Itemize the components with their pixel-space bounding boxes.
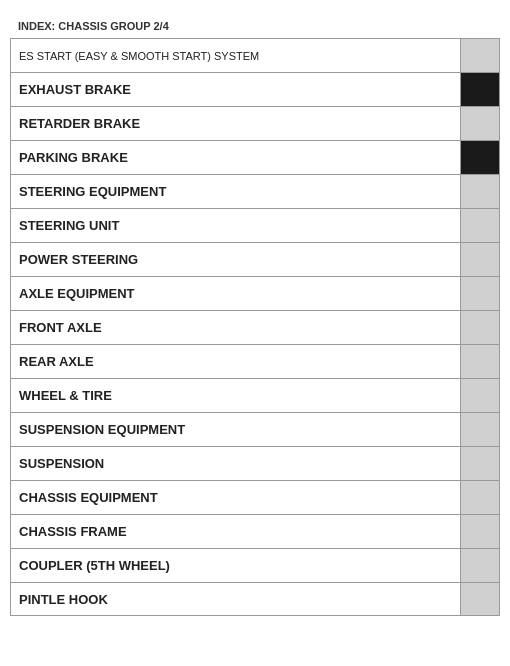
row-indicator-rear-axle xyxy=(461,345,499,378)
row-indicator-suspension-equipment xyxy=(461,413,499,446)
row-indicator-es-start xyxy=(461,39,499,72)
table-row[interactable]: SUSPENSION xyxy=(10,446,500,480)
row-indicator-steering-equipment xyxy=(461,175,499,208)
table-row[interactable]: RETARDER BRAKE xyxy=(10,106,500,140)
table-row[interactable]: CHASSIS FRAME xyxy=(10,514,500,548)
table-row[interactable]: WHEEL & TIRE xyxy=(10,378,500,412)
row-indicator-coupler-5th-wheel xyxy=(461,549,499,582)
row-label-retarder-brake: RETARDER BRAKE xyxy=(11,107,461,140)
table-row[interactable]: POWER STEERING xyxy=(10,242,500,276)
row-label-front-axle: FRONT AXLE xyxy=(11,311,461,344)
row-indicator-pintle-hook xyxy=(461,583,499,615)
table-row[interactable]: CHASSIS EQUIPMENT xyxy=(10,480,500,514)
table-row[interactable]: COUPLER (5TH WHEEL) xyxy=(10,548,500,582)
index-title: INDEX: CHASSIS GROUP 2/4 xyxy=(10,20,500,32)
row-indicator-chassis-frame xyxy=(461,515,499,548)
row-label-steering-unit: STEERING UNIT xyxy=(11,209,461,242)
row-label-chassis-frame: CHASSIS FRAME xyxy=(11,515,461,548)
row-indicator-front-axle xyxy=(461,311,499,344)
row-indicator-chassis-equipment xyxy=(461,481,499,514)
row-indicator-axle-equipment xyxy=(461,277,499,310)
table-row[interactable]: SUSPENSION EQUIPMENT xyxy=(10,412,500,446)
table-row[interactable]: FRONT AXLE xyxy=(10,310,500,344)
row-label-steering-equipment: STEERING EQUIPMENT xyxy=(11,175,461,208)
table-row[interactable]: AXLE EQUIPMENT xyxy=(10,276,500,310)
table-row[interactable]: STEERING UNIT xyxy=(10,208,500,242)
row-label-suspension: SUSPENSION xyxy=(11,447,461,480)
row-label-es-start: ES START (EASY & SMOOTH START) SYSTEM xyxy=(11,39,461,72)
row-indicator-retarder-brake xyxy=(461,107,499,140)
row-label-suspension-equipment: SUSPENSION EQUIPMENT xyxy=(11,413,461,446)
row-indicator-exhaust-brake xyxy=(461,73,499,106)
row-label-power-steering: POWER STEERING xyxy=(11,243,461,276)
row-indicator-steering-unit xyxy=(461,209,499,242)
page-container: INDEX: CHASSIS GROUP 2/4 ES START (EASY … xyxy=(0,0,510,626)
table-row[interactable]: PARKING BRAKE xyxy=(10,140,500,174)
row-label-coupler-5th-wheel: COUPLER (5TH WHEEL) xyxy=(11,549,461,582)
row-label-chassis-equipment: CHASSIS EQUIPMENT xyxy=(11,481,461,514)
table-row[interactable]: STEERING EQUIPMENT xyxy=(10,174,500,208)
table-wrapper: ES START (EASY & SMOOTH START) SYSTEMEXH… xyxy=(10,38,500,616)
row-label-parking-brake: PARKING BRAKE xyxy=(11,141,461,174)
table-row[interactable]: ES START (EASY & SMOOTH START) SYSTEM xyxy=(10,38,500,72)
row-indicator-wheel-tire xyxy=(461,379,499,412)
row-label-exhaust-brake: EXHAUST BRAKE xyxy=(11,73,461,106)
row-label-wheel-tire: WHEEL & TIRE xyxy=(11,379,461,412)
row-label-axle-equipment: AXLE EQUIPMENT xyxy=(11,277,461,310)
row-indicator-parking-brake xyxy=(461,141,499,174)
row-label-pintle-hook: PINTLE HOOK xyxy=(11,583,461,615)
table-row[interactable]: PINTLE HOOK xyxy=(10,582,500,616)
table-row[interactable]: EXHAUST BRAKE xyxy=(10,72,500,106)
row-indicator-suspension xyxy=(461,447,499,480)
row-label-rear-axle: REAR AXLE xyxy=(11,345,461,378)
row-indicator-power-steering xyxy=(461,243,499,276)
table-row[interactable]: REAR AXLE xyxy=(10,344,500,378)
